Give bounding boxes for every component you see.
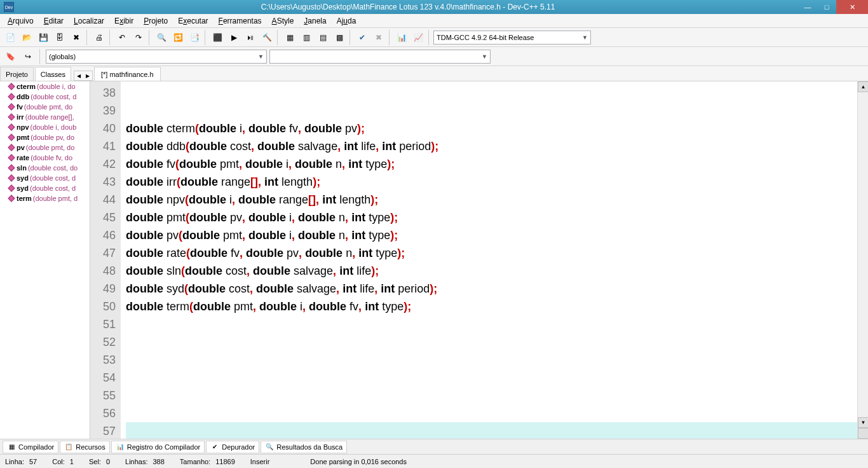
title-bar: Dev C:\Users\Augusto\Desktop\MathFinance… bbox=[0, 0, 868, 14]
dropdown-arrow-icon: ▼ bbox=[258, 53, 264, 60]
menu-ajuda[interactable]: Ajuda bbox=[332, 15, 362, 27]
dropdown-arrow-icon: ▼ bbox=[482, 53, 487, 60]
bottom-tab-compilador[interactable]: ▦Compilador bbox=[3, 441, 58, 453]
code-line-45[interactable]: double pmt(double pv, double i, double n… bbox=[126, 209, 868, 226]
code-line-53[interactable] bbox=[126, 351, 868, 369]
replace-button[interactable]: 🔁 bbox=[170, 30, 186, 45]
code-line-49[interactable]: double syd(double cost, double salvage, … bbox=[126, 280, 868, 298]
class-item-rate[interactable]: rate (double fv, do bbox=[0, 153, 90, 163]
code-line-47[interactable]: double rate(double fv, double pv, double… bbox=[126, 244, 868, 262]
bookmark-button[interactable]: 🔖 bbox=[3, 49, 18, 64]
class-item-pmt[interactable]: pmt (double pv, do bbox=[0, 132, 90, 142]
main-area: cterm (double i, doddb (double cost, dfv… bbox=[0, 81, 868, 439]
tab-nav-right[interactable]: ▶ bbox=[83, 71, 92, 80]
code-line-56[interactable] bbox=[126, 404, 868, 422]
code-line-44[interactable]: double npv(double i, double range[], int… bbox=[126, 191, 868, 209]
file-tab[interactable]: [*] mathfinance.h bbox=[94, 67, 161, 81]
tab-projeto[interactable]: Projeto bbox=[0, 67, 34, 81]
grid2-icon[interactable]: ▥ bbox=[299, 30, 314, 45]
code-line-50[interactable]: double term(double pmt, double i, double… bbox=[126, 298, 868, 315]
menu-exibir[interactable]: Exibir bbox=[109, 15, 139, 27]
class-item-syd[interactable]: syd (double cost, d bbox=[0, 183, 90, 193]
menu-ferramentas[interactable]: Ferramentas bbox=[214, 15, 267, 27]
scroll-down-button[interactable]: ▼ bbox=[858, 417, 868, 428]
code-line-55[interactable] bbox=[126, 387, 868, 404]
menu-astyle[interactable]: AStyle bbox=[267, 15, 299, 27]
bottom-tab-registro-do-compilador[interactable]: 📊Registro do Compilador bbox=[111, 441, 205, 453]
window-title: C:\Users\Augusto\Desktop\MathFinance Lot… bbox=[18, 3, 798, 11]
main-toolbar: 📄 📂 💾 🗄 ✖ 🖨 ↶ ↷ 🔍 🔁 📑 ⬛ ▶ ⏯ 🔨 ▦ ▥ ▤ ▩ ✔ … bbox=[0, 28, 868, 47]
menu-executar[interactable]: Executar bbox=[173, 15, 213, 27]
class-item-fv[interactable]: fv (double pmt, do bbox=[0, 102, 90, 112]
minimize-button[interactable]: — bbox=[798, 0, 817, 14]
goto-button[interactable]: ↪ bbox=[20, 49, 36, 64]
profile-button[interactable]: 📈 bbox=[410, 30, 426, 45]
bottom-tab-recursos[interactable]: 📋Recursos bbox=[60, 441, 109, 453]
tab-classes[interactable]: Classes bbox=[35, 67, 71, 81]
class-item-term[interactable]: term (double pmt, d bbox=[0, 193, 90, 203]
code-area[interactable]: double cterm(double i, double fv, double… bbox=[121, 81, 868, 439]
grid1-icon[interactable]: ▦ bbox=[282, 30, 297, 45]
code-line-40[interactable]: double cterm(double i, double fv, double… bbox=[126, 120, 868, 137]
print-button[interactable]: 🖨 bbox=[92, 30, 107, 45]
code-line-38[interactable] bbox=[126, 84, 868, 102]
menu-projeto[interactable]: Projeto bbox=[139, 15, 173, 27]
vertical-scrollbar[interactable]: ▲ ▼ bbox=[857, 81, 868, 439]
menu-bar: ArquivoEditarLocalizarExibirProjetoExecu… bbox=[0, 14, 868, 28]
class-item-irr[interactable]: irr (double range[], bbox=[0, 112, 90, 122]
globals-selector[interactable]: (globals) ▼ bbox=[46, 50, 267, 64]
class-item-cterm[interactable]: cterm (double i, do bbox=[0, 81, 90, 92]
find-button[interactable]: 🔍 bbox=[154, 30, 169, 45]
code-line-48[interactable]: double sln(double cost, double salvage, … bbox=[126, 262, 868, 280]
scroll-up-button[interactable]: ▲ bbox=[858, 81, 868, 92]
find-in-files-button[interactable]: 📑 bbox=[187, 30, 202, 45]
dropdown-arrow-icon: ▼ bbox=[582, 34, 588, 41]
class-browser[interactable]: cterm (double i, doddb (double cost, dfv… bbox=[0, 81, 90, 439]
grid4-icon[interactable]: ▩ bbox=[332, 30, 347, 45]
code-editor[interactable]: 3839404142434445464748495051525354555657… bbox=[90, 81, 868, 439]
class-item-npv[interactable]: npv (double i, doub bbox=[0, 122, 90, 132]
save-all-button[interactable]: 🗄 bbox=[52, 30, 67, 45]
code-line-43[interactable]: double irr(double range[], int length); bbox=[126, 173, 868, 191]
menu-janela[interactable]: Janela bbox=[299, 15, 331, 27]
code-line-52[interactable] bbox=[126, 333, 868, 351]
new-file-button[interactable]: 📄 bbox=[3, 30, 18, 45]
class-item-sln[interactable]: sln (double cost, do bbox=[0, 163, 90, 173]
code-line-41[interactable]: double ddb(double cost, double salvage, … bbox=[126, 137, 868, 155]
debug-button[interactable]: 📊 bbox=[394, 30, 409, 45]
tab-nav-left[interactable]: ◀ bbox=[74, 71, 83, 80]
code-line-54[interactable] bbox=[126, 369, 868, 387]
close-button[interactable]: ✕ bbox=[836, 0, 868, 14]
compiler-selector-value: TDM-GCC 4.9.2 64-bit Release bbox=[437, 34, 534, 41]
members-selector[interactable]: ▼ bbox=[269, 50, 491, 64]
save-button[interactable]: 💾 bbox=[36, 30, 51, 45]
bottom-panel-tabs: ▦Compilador📋Recursos📊Registro do Compila… bbox=[0, 439, 868, 454]
code-line-51[interactable] bbox=[126, 315, 868, 333]
redo-button[interactable]: ↷ bbox=[131, 30, 146, 45]
open-button[interactable]: 📂 bbox=[19, 30, 34, 45]
undo-button[interactable]: ↶ bbox=[114, 30, 130, 45]
class-item-ddb[interactable]: ddb (double cost, d bbox=[0, 92, 90, 102]
code-line-42[interactable]: double fv(double pmt, double i, double n… bbox=[126, 155, 868, 173]
class-item-pv[interactable]: pv (double pmt, do bbox=[0, 142, 90, 153]
menu-editar[interactable]: Editar bbox=[39, 15, 69, 27]
compiler-selector[interactable]: TDM-GCC 4.9.2 64-bit Release ▼ bbox=[433, 31, 591, 45]
menu-localizar[interactable]: Localizar bbox=[69, 15, 109, 27]
scroll-corner bbox=[858, 428, 868, 439]
class-item-syd[interactable]: syd (double cost, d bbox=[0, 173, 90, 183]
compile-run-button[interactable]: ⏯ bbox=[243, 30, 258, 45]
menu-arquivo[interactable]: Arquivo bbox=[3, 15, 39, 27]
bottom-tab-depurador[interactable]: ✔Depurador bbox=[206, 441, 259, 453]
rebuild-button[interactable]: 🔨 bbox=[259, 30, 275, 45]
maximize-button[interactable]: □ bbox=[817, 0, 836, 14]
bottom-tab-resultados-da-busca[interactable]: 🔍Resultados da Busca bbox=[261, 441, 347, 453]
compile-button[interactable]: ⬛ bbox=[210, 30, 225, 45]
code-line-57[interactable] bbox=[126, 422, 868, 439]
code-line-46[interactable]: double pv(double pmt, double i, double n… bbox=[126, 226, 868, 244]
close-file-button[interactable]: ✖ bbox=[69, 30, 84, 45]
check-icon[interactable]: ✔ bbox=[355, 30, 370, 45]
run-button[interactable]: ▶ bbox=[226, 30, 241, 45]
cancel-icon[interactable]: ✖ bbox=[371, 30, 386, 45]
grid3-icon[interactable]: ▤ bbox=[315, 30, 330, 45]
code-line-39[interactable] bbox=[126, 102, 868, 120]
